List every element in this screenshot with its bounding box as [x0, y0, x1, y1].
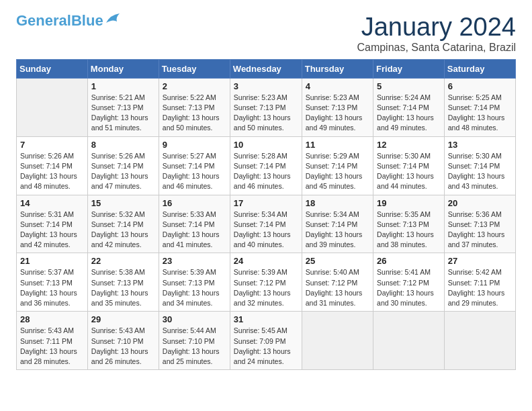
calendar-cell: 4Sunrise: 5:23 AMSunset: 7:13 PMDaylight…	[302, 78, 373, 136]
day-info: Sunrise: 5:45 AMSunset: 7:09 PMDaylight:…	[234, 326, 298, 367]
logo-general: General	[16, 12, 71, 29]
calendar-cell: 15Sunrise: 5:32 AMSunset: 7:14 PMDayligh…	[87, 195, 159, 253]
calendar-cell: 2Sunrise: 5:22 AMSunset: 7:13 PMDaylight…	[159, 78, 230, 136]
calendar-cell: 13Sunrise: 5:30 AMSunset: 7:14 PMDayligh…	[444, 136, 515, 195]
day-number: 22	[91, 256, 155, 266]
day-number: 30	[163, 314, 226, 324]
weekday-header-monday: Monday	[87, 59, 159, 78]
day-info: Sunrise: 5:43 AMSunset: 7:11 PMDaylight:…	[20, 326, 84, 367]
calendar-cell: 18Sunrise: 5:34 AMSunset: 7:14 PMDayligh…	[302, 195, 373, 253]
calendar-cell: 6Sunrise: 5:25 AMSunset: 7:14 PMDaylight…	[444, 78, 515, 136]
calendar-cell: 3Sunrise: 5:23 AMSunset: 7:13 PMDaylight…	[230, 78, 302, 136]
calendar-cell: 26Sunrise: 5:41 AMSunset: 7:12 PMDayligh…	[373, 253, 445, 312]
week-row-1: 1Sunrise: 5:21 AMSunset: 7:13 PMDaylight…	[17, 78, 516, 136]
week-row-2: 7Sunrise: 5:26 AMSunset: 7:14 PMDaylight…	[17, 136, 516, 195]
calendar-cell: 27Sunrise: 5:42 AMSunset: 7:11 PMDayligh…	[444, 253, 515, 312]
day-number: 7	[20, 140, 84, 150]
day-info: Sunrise: 5:27 AMSunset: 7:14 PMDaylight:…	[163, 151, 226, 192]
day-number: 10	[234, 140, 298, 150]
weekday-header-thursday: Thursday	[302, 59, 373, 78]
day-number: 13	[448, 140, 512, 150]
week-row-3: 14Sunrise: 5:31 AMSunset: 7:14 PMDayligh…	[17, 195, 516, 253]
weekday-header-sunday: Sunday	[17, 59, 88, 78]
calendar-cell: 28Sunrise: 5:43 AMSunset: 7:11 PMDayligh…	[17, 312, 88, 370]
day-number: 20	[448, 198, 512, 208]
day-info: Sunrise: 5:36 AMSunset: 7:13 PMDaylight:…	[448, 210, 512, 250]
day-number: 23	[163, 256, 226, 266]
day-info: Sunrise: 5:44 AMSunset: 7:10 PMDaylight:…	[163, 326, 226, 367]
calendar-cell: 17Sunrise: 5:34 AMSunset: 7:14 PMDayligh…	[230, 195, 302, 253]
day-info: Sunrise: 5:23 AMSunset: 7:13 PMDaylight:…	[306, 93, 369, 134]
day-info: Sunrise: 5:31 AMSunset: 7:14 PMDaylight:…	[20, 210, 84, 250]
calendar-cell: 1Sunrise: 5:21 AMSunset: 7:13 PMDaylight…	[87, 78, 159, 136]
day-number: 29	[91, 314, 155, 324]
day-number: 27	[448, 256, 512, 266]
calendar-cell: 14Sunrise: 5:31 AMSunset: 7:14 PMDayligh…	[17, 195, 88, 253]
day-info: Sunrise: 5:24 AMSunset: 7:14 PMDaylight:…	[377, 93, 441, 134]
calendar-cell: 7Sunrise: 5:26 AMSunset: 7:14 PMDaylight…	[17, 136, 88, 195]
day-info: Sunrise: 5:30 AMSunset: 7:14 PMDaylight:…	[448, 151, 512, 192]
day-number: 19	[377, 198, 441, 208]
day-number: 6	[448, 81, 512, 91]
calendar-cell: 21Sunrise: 5:37 AMSunset: 7:13 PMDayligh…	[17, 253, 88, 312]
week-row-5: 28Sunrise: 5:43 AMSunset: 7:11 PMDayligh…	[17, 312, 516, 370]
day-number: 15	[91, 198, 155, 208]
calendar-cell: 12Sunrise: 5:30 AMSunset: 7:14 PMDayligh…	[373, 136, 445, 195]
day-number: 24	[234, 256, 298, 266]
logo-blue: Blue	[71, 12, 103, 29]
day-number: 28	[20, 314, 84, 324]
weekday-header-friday: Friday	[373, 59, 445, 78]
calendar-table: SundayMondayTuesdayWednesdayThursdayFrid…	[16, 59, 516, 370]
day-info: Sunrise: 5:41 AMSunset: 7:12 PMDaylight:…	[377, 267, 441, 308]
day-info: Sunrise: 5:40 AMSunset: 7:12 PMDaylight:…	[306, 267, 369, 308]
day-info: Sunrise: 5:42 AMSunset: 7:11 PMDaylight:…	[448, 267, 512, 308]
weekday-header-tuesday: Tuesday	[159, 59, 230, 78]
day-number: 17	[234, 198, 298, 208]
day-info: Sunrise: 5:26 AMSunset: 7:14 PMDaylight:…	[91, 151, 155, 192]
calendar-cell: 29Sunrise: 5:43 AMSunset: 7:10 PMDayligh…	[87, 312, 159, 370]
day-info: Sunrise: 5:34 AMSunset: 7:14 PMDaylight:…	[234, 210, 298, 250]
day-info: Sunrise: 5:25 AMSunset: 7:14 PMDaylight:…	[448, 93, 512, 134]
day-number: 26	[377, 256, 441, 266]
day-info: Sunrise: 5:34 AMSunset: 7:14 PMDaylight:…	[306, 210, 369, 250]
calendar-cell: 8Sunrise: 5:26 AMSunset: 7:14 PMDaylight…	[87, 136, 159, 195]
logo-text: GeneralBlue	[16, 13, 103, 28]
calendar-cell: 11Sunrise: 5:29 AMSunset: 7:14 PMDayligh…	[302, 136, 373, 195]
page-header: GeneralBlue January 2024 Campinas, Santa…	[16, 13, 516, 54]
day-number: 3	[234, 81, 298, 91]
day-info: Sunrise: 5:23 AMSunset: 7:13 PMDaylight:…	[234, 93, 298, 134]
calendar-cell: 24Sunrise: 5:39 AMSunset: 7:12 PMDayligh…	[230, 253, 302, 312]
title-area: January 2024 Campinas, Santa Catarina, B…	[357, 13, 516, 54]
day-number: 16	[163, 198, 226, 208]
calendar-cell: 5Sunrise: 5:24 AMSunset: 7:14 PMDaylight…	[373, 78, 445, 136]
day-number: 8	[91, 140, 155, 150]
calendar-cell: 10Sunrise: 5:28 AMSunset: 7:14 PMDayligh…	[230, 136, 302, 195]
day-info: Sunrise: 5:22 AMSunset: 7:13 PMDaylight:…	[163, 93, 226, 134]
logo-bird-icon	[105, 13, 120, 26]
day-number: 25	[306, 256, 369, 266]
day-number: 4	[306, 81, 369, 91]
calendar-cell: 23Sunrise: 5:39 AMSunset: 7:13 PMDayligh…	[159, 253, 230, 312]
day-info: Sunrise: 5:32 AMSunset: 7:14 PMDaylight:…	[91, 210, 155, 250]
day-info: Sunrise: 5:26 AMSunset: 7:14 PMDaylight:…	[20, 151, 84, 192]
calendar-cell: 25Sunrise: 5:40 AMSunset: 7:12 PMDayligh…	[302, 253, 373, 312]
day-info: Sunrise: 5:30 AMSunset: 7:14 PMDaylight:…	[377, 151, 441, 192]
calendar-cell: 16Sunrise: 5:33 AMSunset: 7:14 PMDayligh…	[159, 195, 230, 253]
calendar-cell: 19Sunrise: 5:35 AMSunset: 7:13 PMDayligh…	[373, 195, 445, 253]
day-number: 5	[377, 81, 441, 91]
calendar-cell	[302, 312, 373, 370]
calendar-cell	[444, 312, 515, 370]
day-number: 18	[306, 198, 369, 208]
day-info: Sunrise: 5:29 AMSunset: 7:14 PMDaylight:…	[306, 151, 369, 192]
day-info: Sunrise: 5:39 AMSunset: 7:12 PMDaylight:…	[234, 267, 298, 308]
week-row-4: 21Sunrise: 5:37 AMSunset: 7:13 PMDayligh…	[17, 253, 516, 312]
calendar-cell: 22Sunrise: 5:38 AMSunset: 7:13 PMDayligh…	[87, 253, 159, 312]
calendar-cell: 30Sunrise: 5:44 AMSunset: 7:10 PMDayligh…	[159, 312, 230, 370]
day-info: Sunrise: 5:28 AMSunset: 7:14 PMDaylight:…	[234, 151, 298, 192]
day-info: Sunrise: 5:33 AMSunset: 7:14 PMDaylight:…	[163, 210, 226, 250]
day-number: 9	[163, 140, 226, 150]
day-number: 21	[20, 256, 84, 266]
logo: GeneralBlue	[16, 13, 120, 28]
day-info: Sunrise: 5:21 AMSunset: 7:13 PMDaylight:…	[91, 93, 155, 134]
day-number: 2	[163, 81, 226, 91]
